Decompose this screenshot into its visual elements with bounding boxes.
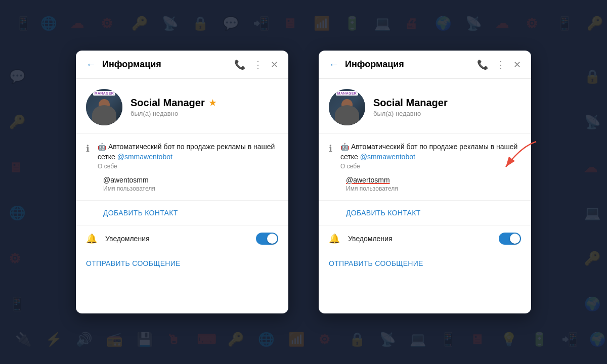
right-send-message-button[interactable]: ОТПРАВИТЬ СООБЩЕНИЕ	[319, 252, 531, 278]
left-header-title: Информация	[102, 59, 228, 70]
left-username-label: Имя пользователя	[103, 185, 278, 192]
left-panel-header: ← Информация 📞 ⋮ ✕	[76, 51, 288, 79]
left-header-icons: 📞 ⋮ ✕	[234, 59, 278, 70]
left-more-icon[interactable]: ⋮	[253, 59, 263, 70]
left-notifications-toggle[interactable]	[256, 233, 278, 245]
right-bio-text: 🤖 Автоматический бот по продаже рекламы …	[340, 142, 521, 162]
left-profile-name: Social Manager ★	[131, 97, 278, 109]
left-avatar-figure	[92, 105, 116, 125]
right-info-content: 🤖 Автоматический бот по продаже рекламы …	[340, 142, 521, 170]
left-username-row: @awentosmm Имя пользователя	[86, 176, 278, 192]
left-bio-text: 🤖 Автоматический бот по продаже рекламы …	[98, 142, 278, 162]
right-close-icon[interactable]: ✕	[513, 59, 521, 70]
right-bio-link[interactable]: @smmawentobot	[360, 153, 415, 161]
right-info-icon: ℹ	[329, 143, 332, 154]
right-profile-status: был(а) недавно	[373, 110, 521, 117]
left-avatar: MANAGER	[86, 89, 122, 125]
left-info-row: ℹ 🤖 Автоматический бот по продаже реклам…	[86, 142, 278, 170]
left-panel-wrapper: ← Информация 📞 ⋮ ✕ MANAGER	[76, 51, 288, 313]
left-phone-icon[interactable]: 📞	[234, 59, 245, 70]
left-profile-status: был(а) недавно	[131, 110, 278, 117]
left-info-content: 🤖 Автоматический бот по продаже рекламы …	[98, 142, 278, 170]
right-info-section: ℹ 🤖 Автоматический бот по продаже реклам…	[319, 134, 531, 201]
right-notifications-toggle[interactable]	[499, 233, 521, 245]
right-profile-section: MANAGER Social Manager был(а) недавно	[319, 79, 531, 134]
left-info-section: ℹ 🤖 Автоматический бот по продаже реклам…	[76, 134, 288, 201]
right-panel-header: ← Информация 📞 ⋮ ✕	[319, 51, 531, 79]
left-star-icon: ★	[209, 98, 216, 108]
right-phone-icon[interactable]: 📞	[477, 59, 488, 70]
right-notif-label: Уведомления	[348, 235, 491, 243]
right-panel-wrapper: ← Информация 📞 ⋮ ✕ MANAGER	[319, 51, 531, 313]
right-avatar-badge: MANAGER	[336, 91, 358, 96]
left-back-button[interactable]: ←	[86, 59, 96, 70]
left-bell-icon: 🔔	[86, 233, 97, 244]
right-username-label: Имя пользователя	[346, 185, 521, 192]
left-bio-label: О себе	[98, 163, 278, 170]
left-close-icon[interactable]: ✕	[271, 59, 278, 70]
right-more-icon[interactable]: ⋮	[496, 59, 505, 70]
left-info-icon: ℹ	[86, 143, 90, 154]
left-username: @awentosmm	[103, 176, 278, 184]
panels-container: ← Информация 📞 ⋮ ✕ MANAGER	[0, 0, 607, 364]
left-profile-info: Social Manager ★ был(а) недавно	[131, 97, 278, 117]
right-profile-name: Social Manager	[373, 97, 521, 109]
right-notifications-section: 🔔 Уведомления	[319, 225, 531, 252]
right-username: @awertosmm	[346, 176, 521, 184]
right-add-contact-button[interactable]: ДОБАВИТЬ КОНТАКТ	[319, 201, 531, 225]
left-send-message-button[interactable]: ОТПРАВИТЬ СООБЩЕНИЕ	[76, 252, 288, 278]
left-notifications-section: 🔔 Уведомления	[76, 225, 288, 252]
left-avatar-badge: MANAGER	[93, 91, 115, 96]
right-profile-info: Social Manager был(а) недавно	[373, 97, 521, 117]
left-add-contact-button[interactable]: ДОБАВИТЬ КОНТАКТ	[76, 201, 288, 225]
left-panel: ← Информация 📞 ⋮ ✕ MANAGER	[76, 51, 288, 313]
left-bio-link[interactable]: @smmawentobot	[117, 153, 172, 161]
right-back-button[interactable]: ←	[329, 59, 339, 70]
right-bell-icon: 🔔	[329, 233, 340, 244]
right-avatar: MANAGER	[329, 89, 365, 125]
right-header-icons: 📞 ⋮ ✕	[477, 59, 521, 70]
right-info-row: ℹ 🤖 Автоматический бот по продаже реклам…	[329, 142, 521, 170]
right-panel: ← Информация 📞 ⋮ ✕ MANAGER	[319, 51, 531, 313]
right-username-row: @awertosmm Имя пользователя	[329, 176, 521, 192]
left-notif-label: Уведомления	[105, 235, 248, 243]
right-header-title: Информация	[345, 59, 471, 70]
right-bio-label: О себе	[340, 163, 521, 170]
left-profile-section: MANAGER Social Manager ★ был(а) недавно	[76, 79, 288, 134]
right-avatar-figure	[335, 105, 359, 125]
